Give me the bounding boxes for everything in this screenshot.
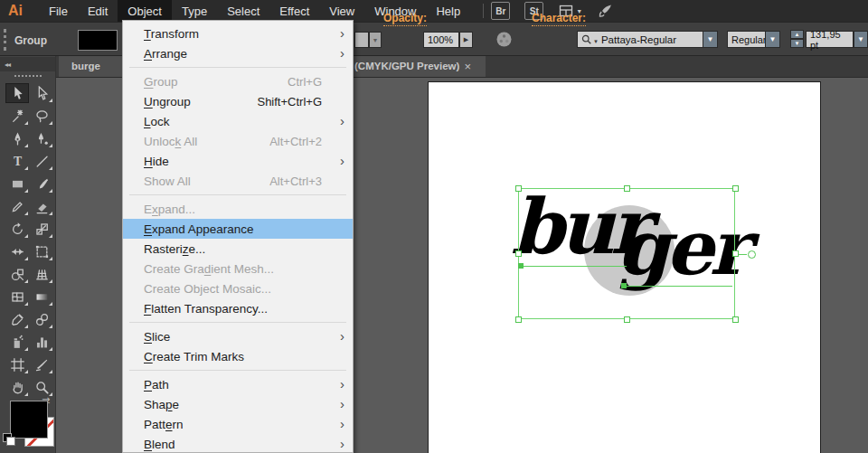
rotate-tool-icon[interactable] (5, 219, 29, 239)
menubar-item-select[interactable]: Select (217, 0, 269, 22)
scale-tool-icon[interactable] (30, 219, 53, 239)
bridge-button[interactable]: Br (491, 2, 510, 20)
opacity-label[interactable]: Opacity: (383, 12, 427, 26)
stroke-weight-field[interactable] (354, 32, 369, 48)
curvature-tool-icon[interactable] (30, 128, 53, 148)
panel-grip[interactable] (4, 29, 11, 51)
slice-tool-icon[interactable] (30, 354, 53, 374)
selection-tool-icon[interactable] (5, 83, 29, 103)
menu-item-expand[interactable]: Expand... (123, 199, 353, 219)
font-search-field[interactable]: ▼ Pattaya-Regular (577, 31, 703, 48)
menu-item-label: Show All (144, 175, 269, 188)
font-style-field[interactable]: Regular (727, 31, 766, 48)
line-segment-tool-icon[interactable] (30, 151, 53, 171)
direct-selection-tool-icon[interactable] (30, 83, 53, 103)
menu-item-transform[interactable]: Transform› (123, 24, 353, 43)
menubar-item-file[interactable]: File (39, 0, 78, 22)
selection-handle-ne[interactable] (732, 185, 739, 192)
fill-swatch[interactable] (10, 401, 48, 439)
paintbrush-tool-icon[interactable] (30, 174, 53, 193)
font-style-dropdown[interactable]: ▼ (765, 31, 780, 48)
menu-item-ungroup[interactable]: UngroupShift+Ctrl+G (123, 91, 353, 111)
font-size-step-down[interactable]: ▼ (790, 39, 804, 48)
selection-handle-e[interactable] (732, 250, 739, 257)
selection-circle-handle[interactable] (748, 250, 756, 259)
selection-handle-nw[interactable] (515, 185, 522, 192)
menu-item-label: Unlock All (144, 135, 269, 148)
menu-item-expand-appearance[interactable]: Expand Appearance (123, 219, 353, 239)
zoom-tool-icon[interactable] (30, 377, 53, 397)
mesh-tool-icon[interactable] (5, 287, 29, 307)
shape-builder-tool-icon[interactable] (5, 264, 29, 284)
blend-tool-icon[interactable] (30, 309, 53, 329)
menubar-item-view[interactable]: View (319, 0, 364, 22)
selection-handle-sw[interactable] (515, 316, 522, 323)
font-size-step-up[interactable]: ▲ (790, 30, 804, 39)
menu-item-label: Shape (144, 398, 344, 411)
lasso-tool-icon[interactable] (30, 106, 53, 126)
submenu-arrow-icon: › (340, 25, 344, 41)
character-label[interactable]: Character: (532, 12, 586, 26)
menubar-item-type[interactable]: Type (172, 0, 217, 22)
gpu-performance-icon[interactable] (597, 4, 613, 19)
menu-item-lock[interactable]: Lock› (123, 111, 353, 131)
panel-collapse-icon[interactable]: ◂◂ (0, 57, 55, 71)
menubar-item-effect[interactable]: Effect (269, 0, 319, 22)
text-anchor-point[interactable] (518, 263, 524, 269)
eyedropper-tool-icon[interactable] (5, 309, 29, 329)
type-tool-icon[interactable]: T (5, 151, 29, 171)
opacity-dropdown[interactable]: ▶ (459, 32, 473, 48)
gradient-tool-icon[interactable] (30, 287, 53, 307)
tab-close-icon[interactable]: × (464, 60, 471, 73)
menu-item-blend[interactable]: Blend› (123, 434, 353, 453)
menu-item-rasterize[interactable]: Rasterize... (123, 239, 353, 259)
pencil-tool-icon[interactable] (5, 196, 29, 216)
symbol-sprayer-tool-icon[interactable] (5, 332, 29, 352)
submenu-arrow-icon: › (340, 328, 344, 344)
menubar-item-help[interactable]: Help (426, 0, 470, 22)
free-transform-tool-icon[interactable] (30, 241, 53, 261)
menubar-item-object[interactable]: Object (118, 0, 172, 22)
menu-item-arrange[interactable]: Arrange› (123, 43, 353, 63)
font-size-dropdown[interactable]: ▼ (854, 31, 868, 48)
column-graph-tool-icon[interactable] (30, 332, 53, 352)
menu-item-label: Arrange (144, 47, 344, 61)
menu-item-path[interactable]: Path› (123, 374, 353, 394)
fill-color-swatch[interactable] (78, 30, 118, 51)
eraser-tool-icon[interactable] (30, 196, 53, 216)
selection-handle-s[interactable] (624, 316, 630, 323)
font-name-dropdown[interactable]: ▼ (703, 31, 718, 48)
selection-handle-se[interactable] (732, 316, 739, 323)
menu-item-slice[interactable]: Slice› (123, 326, 353, 346)
rectangle-tool-icon[interactable] (5, 174, 29, 193)
menu-item-flatten-transparency[interactable]: Flatten Transparency... (123, 298, 353, 318)
opacity-input[interactable]: 100% (423, 32, 459, 48)
menu-item-show-all[interactable]: Show AllAlt+Ctrl+3 (123, 171, 353, 191)
menu-item-group[interactable]: GroupCtrl+G (123, 71, 353, 91)
menu-item-unlock-all[interactable]: Unlock AllAlt+Ctrl+2 (123, 131, 353, 151)
menu-item-label: Blend (144, 438, 344, 451)
pen-tool-icon[interactable] (5, 128, 29, 148)
menu-item-create-gradient-mesh[interactable]: Create Gradient Mesh... (123, 259, 353, 278)
menu-item-shape[interactable]: Shape› (123, 394, 353, 414)
panel-drag-handle[interactable] (14, 75, 42, 77)
width-tool-icon[interactable] (5, 241, 29, 261)
text-baseline (623, 286, 732, 287)
text-anchor-point[interactable] (621, 283, 627, 288)
recolor-artwork-icon[interactable] (495, 31, 513, 52)
stroke-weight-dropdown[interactable]: ▼ (369, 32, 382, 48)
hand-tool-icon[interactable] (5, 377, 29, 397)
selection-handle-n[interactable] (624, 185, 630, 192)
font-size-input[interactable]: 131,95 pt (806, 31, 854, 48)
menu-item-create-trim-marks[interactable]: Create Trim Marks (123, 346, 353, 366)
selection-handle-w[interactable] (515, 250, 522, 257)
menubar-item-edit[interactable]: Edit (78, 0, 118, 22)
artboard-tool-icon[interactable] (5, 354, 29, 374)
menu-item-pattern[interactable]: Pattern› (123, 414, 353, 434)
menu-item-label: Group (144, 75, 288, 89)
default-fill-stroke-icon[interactable] (3, 433, 14, 445)
perspective-grid-tool-icon[interactable] (30, 264, 53, 284)
menu-item-hide[interactable]: Hide› (123, 151, 353, 171)
menu-item-create-object-mosaic[interactable]: Create Object Mosaic... (123, 278, 353, 298)
magic-wand-tool-icon[interactable] (5, 106, 29, 126)
